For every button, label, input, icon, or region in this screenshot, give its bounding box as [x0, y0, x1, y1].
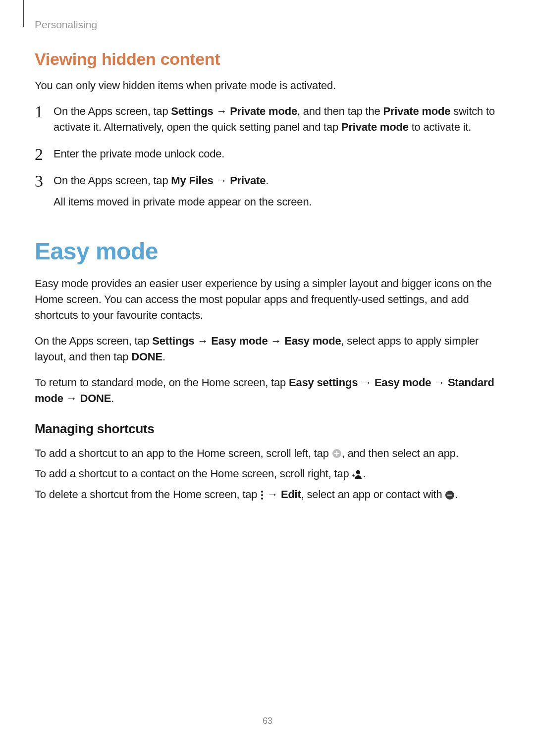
header-rule	[23, 0, 24, 27]
bold-term: Private	[230, 174, 266, 187]
bold-term: Private mode	[341, 121, 409, 133]
minus-circle-icon	[445, 490, 455, 500]
bold-term: Easy mode	[284, 335, 341, 347]
heading-managing-shortcuts: Managing shortcuts	[35, 421, 500, 437]
svg-point-8	[261, 498, 263, 500]
bold-term: Private mode	[383, 105, 451, 117]
bold-term: My Files	[171, 174, 213, 187]
shortcut-paragraph: To add a shortcut to a contact on the Ho…	[35, 466, 500, 482]
step-after-text: All items moved in private mode appear o…	[54, 194, 500, 210]
shortcut-paragraph: To add a shortcut to an app to the Home …	[35, 446, 500, 461]
paragraph: On the Apps screen, tap Settings → Easy …	[35, 333, 500, 365]
intro-text: You can only view hidden items when priv…	[35, 78, 500, 94]
more-options-icon	[260, 490, 264, 500]
svg-point-3	[356, 470, 360, 474]
easy-mode-paragraphs: Easy mode provides an easier user experi…	[35, 276, 500, 406]
step-number: 1	[35, 100, 43, 124]
steps-list: 1On the Apps screen, tap Settings → Priv…	[35, 103, 500, 210]
shortcut-paragraph: To delete a shortcut from the Home scree…	[35, 487, 500, 503]
add-contact-icon	[352, 469, 363, 479]
paragraph: To return to standard mode, on the Home …	[35, 375, 500, 406]
paragraph: Easy mode provides an easier user experi…	[35, 276, 500, 323]
bold-term: DONE	[80, 392, 111, 404]
plus-circle-icon	[332, 449, 342, 458]
shortcut-paragraphs: To add a shortcut to an app to the Home …	[35, 446, 500, 503]
heading-viewing-hidden-content: Viewing hidden content	[35, 50, 500, 69]
breadcrumb: Personalising	[35, 19, 500, 31]
svg-rect-2	[334, 453, 339, 454]
bold-term: Easy mode	[374, 376, 431, 389]
step-item: 2Enter the private mode unlock code.	[35, 146, 500, 162]
page-number: 63	[0, 716, 535, 726]
step-text: Enter the private mode unlock code.	[54, 146, 500, 162]
bold-term: Private mode	[230, 105, 297, 117]
bold-term: Edit	[281, 488, 301, 501]
step-number: 2	[35, 142, 43, 166]
step-text: On the Apps screen, tap My Files → Priva…	[54, 173, 500, 189]
svg-rect-5	[353, 473, 354, 476]
bold-term: DONE	[131, 351, 162, 363]
bold-term: Settings	[171, 105, 213, 117]
svg-point-7	[261, 494, 263, 496]
step-number: 3	[35, 169, 43, 193]
bold-term: Easy mode	[211, 335, 268, 347]
heading-easy-mode: Easy mode	[35, 238, 500, 265]
svg-point-6	[261, 491, 263, 493]
bold-term: Settings	[152, 335, 194, 347]
svg-rect-10	[447, 495, 452, 496]
step-item: 3On the Apps screen, tap My Files → Priv…	[35, 173, 500, 210]
step-text: On the Apps screen, tap Settings → Priva…	[54, 103, 500, 135]
step-item: 1On the Apps screen, tap Settings → Priv…	[35, 103, 500, 135]
document-page: Personalising Viewing hidden content You…	[0, 0, 535, 756]
bold-term: Easy settings	[289, 376, 358, 389]
